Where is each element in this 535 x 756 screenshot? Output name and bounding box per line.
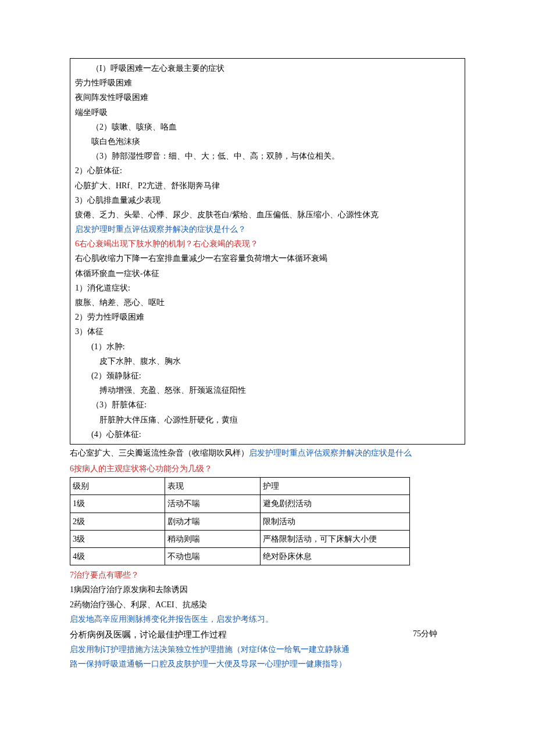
td-level: 2级: [70, 513, 165, 530]
gi-symptoms-head: 1）消化道症状:: [75, 281, 460, 295]
exertional-dyspnea-2: 2）劳力性呼吸困难: [75, 310, 460, 324]
prompt-nursing-focus-2: 启发护理时重点评估观察并解决的症状是什么: [249, 449, 412, 457]
sym-cough: （2）咳嗽、咳痰、咯血: [75, 120, 460, 134]
systemic-congestion: 体循环瘀血一症状-体征: [75, 266, 460, 281]
sym-foam-sputum: 咳白色泡沫痰: [75, 134, 460, 149]
edema-head: (1）水肿:: [75, 339, 460, 354]
rhf-chain: 右心肌收缩力下降一右室排血量减少一右室容量负荷增大一体循环衰竭: [75, 251, 460, 266]
jugular-head: (2）颈静脉征:: [75, 368, 460, 383]
liver-head: （3）肝脏体征:: [75, 397, 460, 412]
th-manifest: 表现: [165, 478, 260, 495]
sym-dyspnea-head: （I）呼吸困难一左心衰最主要的症状: [75, 61, 460, 76]
table-row: 2级 剧动才喘 限制活动: [70, 513, 410, 530]
sym-exertional: 劳力性呼吸困难: [75, 76, 460, 90]
question-treatment: 7治疗要点有哪些？: [70, 568, 465, 582]
prompt-digoxin: 启发地高辛应用测脉搏变化并报告医生，启发护考练习。: [70, 612, 465, 626]
prompt-nursing-focus-1: 启发护理时重点评估观察并解决的症状是什么？: [75, 222, 460, 237]
td-level: 3级: [70, 530, 165, 547]
treat-cause: 1病因治疗治疗原发病和去除诱因: [70, 582, 465, 597]
td-manifest: 活动不喘: [165, 495, 260, 513]
prompt-nursing-plan-1: 启发用制订护理措施方法决策独立性护理措施（对症f体位一给氧一建立静脉通: [70, 642, 465, 657]
td-nursing: 避免剧烈活动: [260, 495, 409, 513]
table-header-row: 级别 表现 护理: [70, 478, 410, 495]
content-box: （I）呼吸困难一左心衰最主要的症状 劳力性呼吸困难 夜间阵发性呼吸困难 端坐呼吸…: [70, 58, 465, 445]
cardiac-signs-2: (4）心脏体征:: [75, 427, 460, 442]
td-level: 1级: [70, 495, 165, 513]
table-row: 1级 活动不喘 避免剧烈活动: [70, 495, 410, 513]
th-level: 级别: [70, 478, 165, 495]
nyha-table: 级别 表现 护理 1级 活动不喘 避免剧烈活动 2级 剧动才喘 限制活动 3级 …: [70, 477, 410, 565]
td-manifest: 不动也喘: [165, 548, 260, 565]
question-rhf-mechanism: 6右心衰竭出现下肢水肿的机制？右心衰竭的表现？: [75, 237, 460, 251]
output-reduce-head: 3）心肌排血量减少表现: [75, 193, 460, 207]
edema-body: 皮下水肿、腹水、胸水: [75, 354, 460, 368]
cardiac-signs-body: 心脏扩大、HRf、P2亢进、舒张期奔马律: [75, 178, 460, 193]
cardiac-signs-head: 2）心脏体征:: [75, 163, 460, 178]
liver-body: 肝脏肿大伴压痛、心源性肝硬化，黄疸: [75, 413, 460, 427]
rv-enlarge-text: 右心室扩大、三尖瓣返流性杂音（收缩期吹风样）: [70, 449, 249, 457]
table-row: 4级 不动也喘 绝对卧床休息: [70, 548, 410, 565]
td-nursing: 严格限制活动，可下床解大小便: [260, 530, 409, 547]
sym-rales: （3）肺部湿性啰音：细、中、大；低、中、高；双肺，与体位相关。: [75, 149, 460, 163]
table-row: 3级 稍动则喘 严格限制活动，可下床解大小便: [70, 530, 410, 547]
case-analysis-head: 分析病例及医嘱，讨论最佳护理工作过程: [70, 629, 227, 639]
td-level: 4级: [70, 548, 165, 565]
case-analysis-row: 分析病例及医嘱，讨论最佳护理工作过程 75分钟: [70, 626, 465, 642]
gi-symptoms-body: 腹胀、纳差、恶心、呕吐: [75, 295, 460, 310]
td-nursing: 限制活动: [260, 513, 409, 530]
question-nyha-classes: 6按病人的主观症状将心功能分为几级？: [70, 461, 465, 476]
sym-pnd: 夜间阵发性呼吸困难: [75, 90, 460, 105]
td-manifest: 稍动则喘: [165, 530, 260, 547]
sym-orthopnea: 端坐呼吸: [75, 105, 460, 120]
signs-head: 3）体征: [75, 324, 460, 339]
time-allocation: 75分钟: [395, 626, 465, 642]
treat-drugs: 2药物治疗强心、利尿、ACEI、抗感染: [70, 597, 465, 612]
th-nursing: 护理: [260, 478, 409, 495]
jugular-body: 搏动增强、充盈、怒张、肝颈返流征阳性: [75, 383, 460, 397]
td-nursing: 绝对卧床休息: [260, 548, 409, 565]
prompt-nursing-plan-2: 路一保持呼吸道通畅一口腔及皮肤护理一大便及导尿一心理护理一健康指导）: [70, 657, 465, 671]
td-manifest: 剧动才喘: [165, 513, 260, 530]
output-reduce-body: 疲倦、乏力、头晕、心悸、尿少、皮肤苍白/紫给、血压偏低、脉压缩小、心源性休克: [75, 207, 460, 222]
rv-enlarge-line: 右心室扩大、三尖瓣返流性杂音（收缩期吹风样）启发护理时重点评估观察并解决的症状是…: [70, 446, 465, 460]
